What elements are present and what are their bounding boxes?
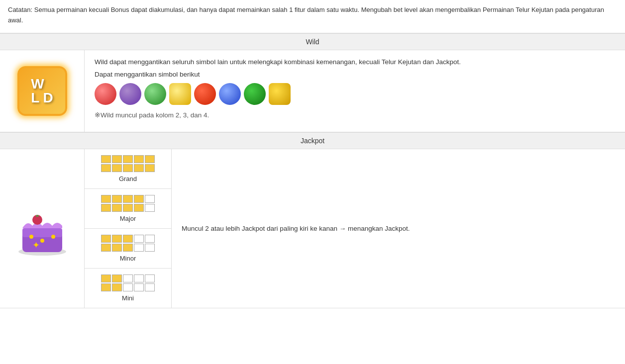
jcell: [134, 235, 144, 243]
wild-header: Wild: [0, 33, 625, 50]
jcell: [145, 164, 155, 172]
note-text: Catatan: Semua permainan kecuali Bonus d…: [8, 5, 617, 26]
wild-desc2: Dapat menggantikan simbol berikut: [95, 71, 615, 78]
jcell: [134, 204, 144, 212]
svg-point-3: [32, 215, 42, 225]
jcell: [134, 244, 144, 252]
jcell: [123, 274, 133, 282]
svg-point-5: [40, 239, 44, 243]
jcell: [134, 155, 144, 163]
jcell: [112, 274, 122, 282]
wild-note: ※Wild muncul pada kolom 2, 3, dan 4.: [95, 111, 615, 119]
jcell: [112, 283, 122, 291]
jackpot-description: Muncul 2 atau lebih Jackpot dari paling …: [182, 225, 410, 232]
jcell: [101, 155, 111, 163]
jcell: [101, 244, 111, 252]
jackpot-middle: Grand Major: [85, 149, 172, 308]
cake-svg: ✦: [17, 201, 67, 256]
jcell: [123, 195, 133, 203]
jcell: [101, 195, 111, 203]
jcell: [145, 204, 155, 212]
svg-point-4: [29, 235, 33, 239]
jackpot-row-minor: Minor: [85, 229, 171, 269]
jackpot-label-major: Major: [120, 215, 136, 222]
jackpot-left-icon: ✦: [0, 149, 85, 308]
jackpot-grid-grand: [101, 155, 155, 172]
jcell: [123, 164, 133, 172]
jcell: [101, 283, 111, 291]
jcell: [112, 244, 122, 252]
candy-1: [95, 83, 116, 105]
page-wrapper: Catatan: Semua permainan kecuali Bonus d…: [0, 0, 625, 364]
wild-icon: WL D: [17, 66, 67, 116]
wild-icon-label: WL D: [31, 77, 53, 105]
svg-rect-2: [22, 228, 62, 237]
jackpot-row-grand: Grand: [85, 149, 171, 189]
note-section: Catatan: Semua permainan kecuali Bonus d…: [0, 0, 625, 33]
jcell: [145, 235, 155, 243]
wild-desc1: Wild dapat menggantikan seluruh simbol l…: [95, 58, 615, 66]
jackpot-content: ✦ Grand: [0, 149, 625, 308]
candy-7: [244, 83, 266, 105]
svg-point-6: [51, 235, 55, 239]
jcell: [112, 235, 122, 243]
svg-text:✦: ✦: [32, 240, 40, 250]
jcell: [101, 204, 111, 212]
jcell: [101, 235, 111, 243]
jackpot-grid-minor: [101, 235, 155, 252]
candy-2: [119, 83, 141, 105]
jcell: [145, 195, 155, 203]
jcell: [134, 195, 144, 203]
jcell: [112, 204, 122, 212]
jackpot-right: Muncul 2 atau lebih Jackpot dari paling …: [172, 149, 625, 308]
candy-8: [269, 83, 291, 105]
jackpot-label-mini: Mini: [122, 294, 134, 302]
jackpot-grid-mini: [101, 274, 155, 291]
jackpot-header: Jackpot: [0, 132, 625, 149]
jcell: [145, 283, 155, 291]
jcell: [123, 235, 133, 243]
jcell: [123, 155, 133, 163]
jackpot-label-grand: Grand: [119, 175, 137, 182]
candy-6: [219, 83, 241, 105]
jackpot-grid-major: [101, 195, 155, 212]
jcell: [134, 164, 144, 172]
jcell: [123, 204, 133, 212]
wild-content: WL D Wild dapat menggantikan seluruh sim…: [0, 50, 625, 132]
jackpot-label-minor: Minor: [120, 255, 136, 262]
jcell: [134, 274, 144, 282]
jcell: [112, 155, 122, 163]
jcell: [145, 274, 155, 282]
jcell: [145, 155, 155, 163]
candy-row: [95, 83, 615, 105]
jackpot-row-mini: Mini: [85, 269, 171, 308]
jackpot-row-major: Major: [85, 189, 171, 229]
jcell: [123, 244, 133, 252]
candy-3: [144, 83, 166, 105]
jcell: [101, 164, 111, 172]
jcell: [145, 244, 155, 252]
candy-4: [169, 83, 191, 105]
jcell: [101, 274, 111, 282]
jcell: [134, 283, 144, 291]
jcell: [112, 164, 122, 172]
jcell: [112, 195, 122, 203]
candy-5: [194, 83, 216, 105]
jcell: [123, 283, 133, 291]
wild-icon-cell: WL D: [0, 50, 85, 132]
wild-text-cell: Wild dapat menggantikan seluruh simbol l…: [85, 50, 625, 132]
